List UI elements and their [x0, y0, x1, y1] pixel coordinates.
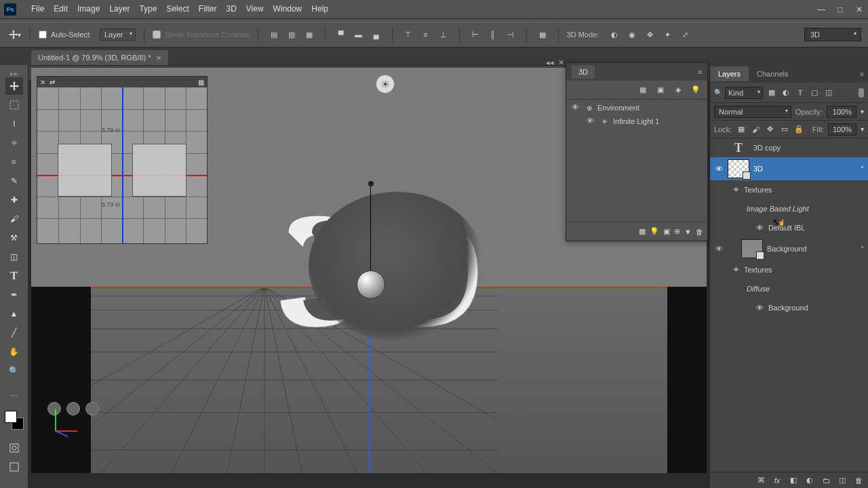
3d-item-environment[interactable]: 👁 ⊕ Environment	[566, 101, 707, 115]
align-left-edges-icon[interactable]: ▤	[267, 27, 281, 42]
3d-panel-tab[interactable]: 3D	[572, 65, 595, 79]
filter-type-icon[interactable]: T	[794, 87, 806, 99]
color-swatches[interactable]	[5, 411, 24, 430]
workspace-dropdown[interactable]: 3D	[804, 28, 861, 41]
align-horizontal-centers-icon[interactable]: ▥	[284, 27, 299, 42]
3d-new-camera-icon[interactable]: ▣	[663, 227, 670, 236]
menu-edit[interactable]: Edit	[54, 4, 68, 14]
layer-textures-1[interactable]: 👁 Textures	[710, 180, 868, 199]
foreground-color-swatch[interactable]	[5, 411, 17, 423]
layer-thumbnail[interactable]	[728, 159, 749, 178]
3d-pan-icon[interactable]: ✥	[642, 27, 657, 42]
layer-default-ibl[interactable]: 👁 Default IBL	[710, 218, 868, 237]
menu-select[interactable]: Select	[166, 4, 189, 14]
menu-view[interactable]: View	[246, 4, 264, 14]
type-tool[interactable]: T	[5, 267, 23, 285]
distribute-right-icon[interactable]: ⊣	[503, 27, 518, 42]
align-right-edges-icon[interactable]: ▦	[302, 27, 317, 42]
infinite-light-gizmo[interactable]	[357, 181, 385, 299]
crop-tool[interactable]: ⌗	[5, 153, 23, 171]
lock-position-icon[interactable]: ✥	[765, 123, 775, 136]
link-layers-icon[interactable]: ⌘	[755, 475, 766, 486]
document-tab[interactable]: Untitled-1 @ 79.9% (3D, RGB/8) * ✕	[31, 50, 168, 65]
3d-dolly-widget[interactable]	[85, 402, 99, 415]
filter-pixel-icon[interactable]: ▩	[766, 87, 778, 99]
lock-artboard-icon[interactable]: ▭	[779, 123, 789, 136]
window-maximize-button[interactable]: □	[835, 5, 845, 14]
auto-align-icon[interactable]: ▦	[535, 27, 550, 42]
lock-all-icon[interactable]: 🔒	[793, 123, 804, 136]
move-tool[interactable]	[5, 77, 23, 95]
filter-shape-icon[interactable]: ▢	[808, 87, 821, 99]
clone-stamp-tool[interactable]: ⚒	[5, 229, 23, 247]
sv-swap-icon[interactable]: ⇄	[50, 79, 55, 86]
layer-thumbnail[interactable]	[741, 239, 763, 258]
fill-chevron-icon[interactable]: ▾	[861, 125, 864, 133]
3d-item-infinite-light[interactable]: 👁 ☀ Infinite Light 1	[566, 115, 707, 128]
brush-tool[interactable]: 🖌	[5, 210, 23, 228]
layer-3d[interactable]: 👁 3D ˄	[710, 157, 868, 180]
distribute-vcenter-icon[interactable]: ≡	[418, 27, 433, 42]
document-tab-close-icon[interactable]: ✕	[156, 54, 161, 62]
sv-close-icon[interactable]: ✕	[40, 79, 45, 86]
3d-filter-mesh-icon[interactable]: ▣	[653, 83, 668, 98]
edit-toolbar-button[interactable]: ⋯	[5, 386, 23, 404]
blend-mode-dropdown[interactable]: Normal	[714, 106, 791, 118]
distribute-top-icon[interactable]: ⊤	[401, 27, 416, 42]
tab-layers[interactable]: Layers	[710, 66, 749, 81]
healing-brush-tool[interactable]: ✚	[5, 191, 23, 209]
menu-layer[interactable]: Layer	[109, 4, 130, 14]
3d-roll-icon[interactable]: ◉	[625, 27, 639, 42]
3d-render-icon[interactable]: ▩	[639, 227, 646, 236]
panel-collapse-icon[interactable]: ◂◂	[546, 58, 554, 67]
sv-menu-icon[interactable]: ▦	[198, 79, 204, 86]
3d-filter-scene-icon[interactable]: ▦	[635, 83, 650, 98]
lock-pixels-icon[interactable]: 🖌	[751, 123, 761, 136]
layer-expand-icon[interactable]: ˄	[861, 245, 864, 253]
menu-image[interactable]: Image	[77, 4, 100, 14]
layer-bg-texture[interactable]: 👁 Background	[710, 298, 868, 317]
distribute-left-icon[interactable]: ⊢	[468, 27, 483, 42]
3d-ground-icon[interactable]: ▼	[684, 228, 692, 236]
layer-mask-icon[interactable]: ◧	[788, 475, 799, 486]
filter-smart-icon[interactable]: ◫	[823, 87, 835, 99]
3d-panel-menu-icon[interactable]: ≡	[698, 68, 702, 76]
visibility-toggle[interactable]: 👁	[714, 165, 724, 173]
3d-orbit-icon[interactable]: ◐	[607, 27, 622, 42]
line-tool[interactable]: ╱	[5, 324, 23, 342]
magic-wand-tool[interactable]: ✧	[5, 134, 23, 152]
menu-filter[interactable]: Filter	[199, 4, 217, 14]
show-transform-checkbox[interactable]: Show Transform Controls	[153, 30, 249, 39]
layer-background[interactable]: 👁 Background ˄	[710, 237, 868, 260]
panel-menu-icon[interactable]: ≡	[856, 70, 868, 78]
visibility-toggle[interactable]: 👁	[755, 304, 764, 312]
path-selection-tool[interactable]: ▲	[5, 305, 23, 323]
environment-light-widget[interactable]: ☀	[376, 75, 395, 94]
window-minimize-button[interactable]: —	[816, 5, 826, 14]
layer-diffuse[interactable]: Diffuse	[710, 279, 868, 298]
3d-delete-icon[interactable]: 🗑	[696, 228, 703, 236]
layer-fx-icon[interactable]: fx	[772, 475, 783, 486]
layer-textures-2[interactable]: 👁 Textures	[710, 260, 868, 279]
new-layer-icon[interactable]: ◫	[837, 475, 848, 486]
visibility-toggle[interactable]: 👁	[587, 117, 596, 126]
zoom-tool[interactable]: 🔍	[5, 362, 23, 380]
visibility-toggle[interactable]: 👁	[755, 224, 764, 232]
align-top-edges-icon[interactable]: ▀	[334, 27, 349, 42]
3d-filter-material-icon[interactable]: ◈	[671, 83, 686, 98]
distribute-bottom-icon[interactable]: ⊥	[436, 27, 451, 42]
panel-close-icon[interactable]: ✕	[558, 58, 564, 67]
menu-type[interactable]: Type	[139, 4, 157, 14]
opacity-value[interactable]: 100%	[827, 106, 856, 118]
distribute-hcenter-icon[interactable]: ║	[486, 27, 500, 42]
pen-tool[interactable]: ✒	[5, 286, 23, 304]
layer-3d-copy[interactable]: T 3D copy	[710, 138, 868, 157]
filter-kind-dropdown[interactable]: Kind	[725, 87, 763, 99]
layer-expand-icon[interactable]: ˄	[861, 165, 864, 173]
adjustment-layer-icon[interactable]: ◐	[804, 475, 815, 486]
3d-filter-light-icon[interactable]: 💡	[688, 83, 703, 98]
lock-transparency-icon[interactable]: ▦	[736, 123, 746, 136]
fill-value[interactable]: 100%	[828, 123, 856, 136]
hand-tool[interactable]: ✋	[5, 343, 23, 361]
3d-new-light-icon[interactable]: 💡	[650, 227, 659, 236]
